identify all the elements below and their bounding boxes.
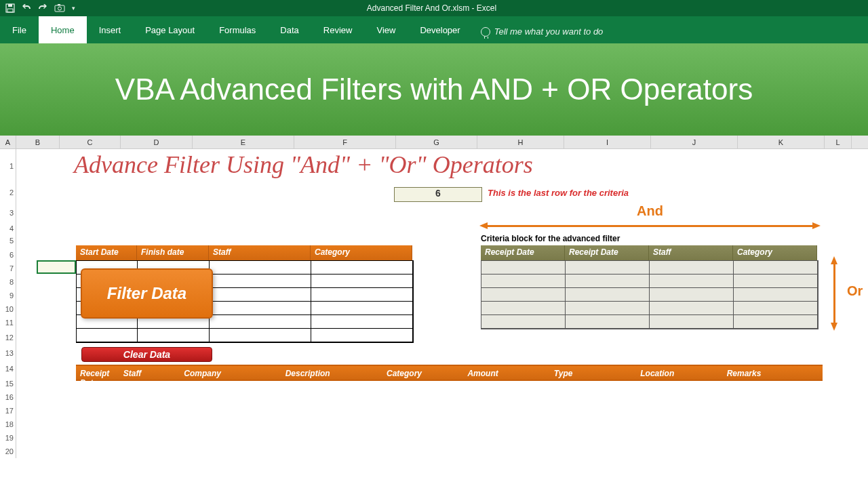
col-header-L[interactable]: L [825,136,852,148]
redo-icon[interactable] [38,4,47,12]
tab-formulas[interactable]: Formulas [207,16,268,43]
col-header-A[interactable]: A [0,136,16,148]
out-hdr-8: Remarks [723,366,823,380]
criteria-last-row-cell[interactable]: 6 [394,187,482,202]
input-cell[interactable] [210,302,311,315]
crit-cell[interactable] [734,274,818,288]
input-hdr-1: Finish date [137,245,209,260]
camera-icon[interactable] [54,4,65,12]
worksheet[interactable]: ABCDEFGHIJKL 123456789101112131415161718… [0,136,868,488]
filter-data-button[interactable]: Filter Data [81,268,213,319]
svg-rect-5 [58,4,60,5]
customize-qat-icon[interactable]: ▾ [72,5,75,12]
input-cell[interactable] [210,288,311,302]
input-cell[interactable] [77,329,138,342]
crit-cell[interactable] [481,315,566,329]
row-header-6[interactable]: 6 [0,248,16,262]
crit-cell[interactable] [734,302,818,315]
row-header-16[interactable]: 16 [0,390,16,404]
input-cell[interactable] [210,261,311,274]
col-header-K[interactable]: K [738,136,825,148]
criteria-block-header: Receipt DateReceipt DateStaffCategory [481,245,817,260]
save-icon[interactable] [5,3,15,13]
input-cell[interactable] [210,329,311,342]
tab-view[interactable]: View [364,16,408,43]
crit-cell[interactable] [650,261,734,274]
row-header-10[interactable]: 10 [0,302,16,316]
crit-cell[interactable] [734,315,818,329]
input-cell[interactable] [138,329,210,342]
row-header-5[interactable]: 5 [0,233,16,248]
col-header-E[interactable]: E [193,136,294,148]
input-cell[interactable] [311,261,413,274]
clear-data-button[interactable]: Clear Data [81,347,212,362]
crit-cell[interactable] [566,274,650,288]
crit-cell[interactable] [566,261,650,274]
row-header-18[interactable]: 18 [0,418,16,431]
row-header-7[interactable]: 7 [0,262,16,275]
row-header-13[interactable]: 13 [0,346,16,361]
crit-cell[interactable] [650,315,734,329]
input-hdr-2: Staff [209,245,311,260]
row-header-4[interactable]: 4 [0,224,16,233]
row-header-17[interactable]: 17 [0,404,16,418]
col-header-J[interactable]: J [651,136,738,148]
row-header-3[interactable]: 3 [0,202,16,224]
row-headers[interactable]: 1234567891011121314151617181920 [0,149,16,458]
crit-cell[interactable] [481,288,566,302]
tab-file[interactable]: File [0,16,39,43]
crit-cell[interactable] [734,261,818,274]
column-headers[interactable]: ABCDEFGHIJKL [0,136,868,149]
input-cell[interactable] [311,329,413,342]
row-header-9[interactable]: 9 [0,289,16,302]
input-cell[interactable] [210,274,311,288]
crit-hdr-3: Category [733,245,817,260]
tab-insert[interactable]: Insert [87,16,134,43]
tell-me-search[interactable]: Tell me what you want to do [473,20,612,43]
tab-page-layout[interactable]: Page Layout [133,16,207,43]
input-cell[interactable] [210,315,311,329]
col-header-C[interactable]: C [60,136,121,148]
row-header-15[interactable]: 15 [0,377,16,390]
sheet-canvas[interactable]: Advance Filter Using "And" + "Or" Operat… [16,149,868,488]
row-header-20[interactable]: 20 [0,445,16,458]
undo-icon[interactable] [22,4,31,12]
out-hdr-7: Location [636,366,722,380]
col-header-F[interactable]: F [294,136,396,148]
input-cell[interactable] [311,315,413,329]
crit-cell[interactable] [566,315,650,329]
tab-review[interactable]: Review [311,16,365,43]
col-header-B[interactable]: B [16,136,60,148]
crit-cell[interactable] [481,261,566,274]
and-arrow [479,222,821,229]
crit-cell[interactable] [566,302,650,315]
crit-cell[interactable] [481,274,566,288]
out-hdr-4: Category [382,366,463,380]
row-header-14[interactable]: 14 [0,361,16,377]
row-header-8[interactable]: 8 [0,275,16,289]
tab-home[interactable]: Home [39,16,87,43]
row-header-1[interactable]: 1 [0,149,16,183]
svg-rect-3 [55,5,64,12]
row-header-12[interactable]: 12 [0,329,16,346]
crit-cell[interactable] [650,288,734,302]
col-header-D[interactable]: D [121,136,193,148]
tab-data[interactable]: Data [268,16,311,43]
input-cell[interactable] [311,288,413,302]
col-header-G[interactable]: G [396,136,477,148]
crit-cell[interactable] [650,274,734,288]
crit-cell[interactable] [734,288,818,302]
crit-cell[interactable] [566,288,650,302]
crit-cell[interactable] [650,302,734,315]
col-header-I[interactable]: I [564,136,651,148]
crit-cell[interactable] [481,302,566,315]
col-header-H[interactable]: H [477,136,564,148]
criteria-block-grid[interactable] [481,260,818,329]
row-header-19[interactable]: 19 [0,431,16,445]
input-cell[interactable] [311,302,413,315]
row-header-2[interactable]: 2 [0,183,16,202]
tab-developer[interactable]: Developer [408,16,472,43]
out-hdr-5: Amount [463,366,549,380]
row-header-11[interactable]: 11 [0,316,16,329]
input-cell[interactable] [311,274,413,288]
